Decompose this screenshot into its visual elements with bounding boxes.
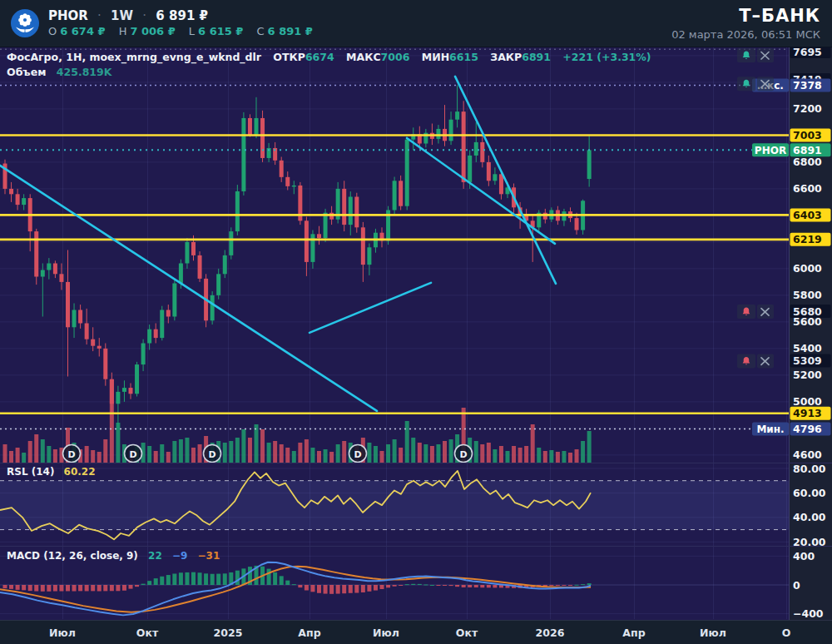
macd-signal-value: −31 (198, 550, 220, 562)
open-value: 6 674 ₽ (60, 25, 105, 37)
bank-block: Т–БАНК 02 марта 2026, 06:51 МСК (671, 6, 820, 41)
legend-low: 6615 (449, 51, 478, 63)
datetime-label: 02 марта 2026, 06:51 МСК (671, 28, 820, 41)
rsi-value: 60.22 (64, 466, 96, 478)
legend-close: 6891 (522, 51, 551, 63)
macd-line-value: −9 (172, 550, 187, 562)
instrument-legend[interactable]: ФосАгро, 1H, moex_mrng_evng_e_wknd_dlr О… (7, 51, 651, 63)
legend-high: 7006 (381, 51, 410, 63)
volume-label: Объем (7, 66, 46, 78)
symbol-line: PHOR · 1W · 6 891 ₽ (48, 8, 323, 24)
ohlc-line: О6 674 ₽ H7 006 ₽ L6 615 ₽ C6 891 ₽ (48, 25, 323, 38)
symbol-block[interactable]: PHOR · 1W · 6 891 ₽ О6 674 ₽ H7 006 ₽ L6… (48, 8, 323, 39)
instrument-title: ФосАгро, 1H, moex_mrng_evng_e_wknd_dlr (7, 51, 261, 63)
top-bar: PHOR · 1W · 6 891 ₽ О6 674 ₽ H7 006 ₽ L6… (0, 0, 832, 47)
trading-terminal: PHOR · 1W · 6 891 ₽ О6 674 ₽ H7 006 ₽ L6… (0, 0, 832, 644)
macd-label: MACD (12, 26, close, 9) (7, 550, 138, 562)
high-value: 7 006 ₽ (130, 25, 175, 37)
legend-open: 6674 (305, 51, 334, 63)
rsi-legend[interactable]: RSL (14) 60.22 (7, 466, 96, 478)
macd-legend[interactable]: MACD (12, 26, close, 9) 22 −9 −31 (7, 550, 220, 562)
price-axis[interactable] (789, 47, 832, 620)
time-axis[interactable] (0, 620, 832, 644)
low-value: 6 615 ₽ (198, 25, 243, 37)
chart-canvas[interactable] (0, 47, 789, 620)
phosagro-logo-icon (10, 8, 40, 38)
last-price: 6 891 ₽ (156, 8, 208, 23)
volume-legend[interactable]: Объем 425.819K (7, 66, 111, 78)
close-value: 6 891 ₽ (268, 25, 313, 37)
macd-hist-value: 22 (148, 550, 162, 562)
bank-logo-text: Т–БАНК (671, 6, 820, 26)
interval: 1W (111, 8, 133, 23)
symbol-ticker: PHOR (48, 8, 88, 23)
volume-value: 425.819K (57, 66, 112, 78)
rsi-label: RSL (14) (7, 466, 54, 478)
legend-change: +221 (+3.31%) (562, 51, 651, 63)
